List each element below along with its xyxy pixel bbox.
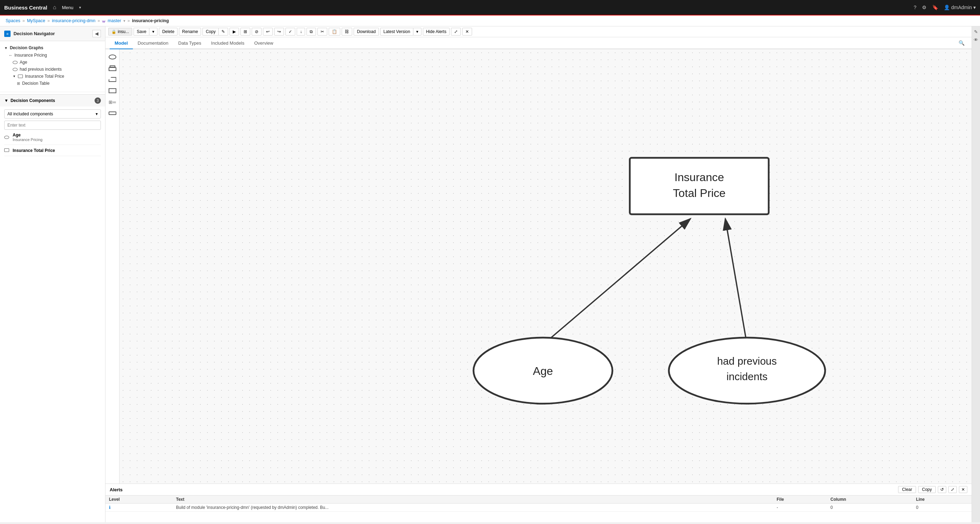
delete-button[interactable]: Delete — [159, 28, 178, 35]
download-arrow-button[interactable]: ↓ — [297, 28, 305, 35]
tree-item-had-previous-incidents[interactable]: had previous incidents — [0, 66, 105, 73]
download-button[interactable]: Download — [354, 28, 379, 35]
alerts-col-column: Column — [827, 495, 913, 503]
file-name-button[interactable]: 🔒 insu... — [108, 28, 132, 35]
alerts-copy-button[interactable]: Copy — [918, 486, 936, 493]
top-nav-right: ? ⚙ 🔖 👤 dmAdmin ▾ — [913, 5, 976, 10]
alerts-title: Alerts — [110, 487, 123, 492]
tab-model[interactable]: Model — [110, 38, 133, 49]
side-icon-edit[interactable]: ✎ — [974, 29, 978, 35]
dc-dropdown[interactable]: All included components ▾ — [4, 109, 101, 118]
tab-overview[interactable]: Overview — [249, 38, 278, 49]
decision-graphs-header[interactable]: ▼ Decision Graphs — [0, 44, 105, 52]
alert-text-cell: Build of module 'insurance-pricing-dmn' … — [173, 503, 773, 512]
dc-arrow-icon: ▼ — [4, 98, 8, 103]
tab-search-icon[interactable]: 🔍 — [956, 37, 967, 49]
shape-tool-input[interactable] — [107, 63, 118, 73]
breadcrumb-branch[interactable]: master — [108, 18, 121, 23]
grid-button[interactable]: ⊞ — [240, 28, 250, 35]
menu-button[interactable]: Menu — [62, 5, 73, 10]
component-info-total-price: Insurance Total Price — [13, 148, 55, 153]
decision-graphs-label: Decision Graphs — [10, 45, 43, 50]
tab-datatypes[interactable]: Data Types — [173, 38, 206, 49]
editor-toolbar: 🔒 insu... Save ▾ Delete Rename Copy ✎ ▶ … — [105, 26, 972, 37]
alerts-clear-button[interactable]: Clear — [898, 486, 916, 493]
bookmark-icon[interactable]: 🔖 — [932, 5, 938, 10]
redo-button[interactable]: ↪ — [274, 28, 284, 35]
settings-icon[interactable]: ⚙ — [922, 5, 927, 10]
breadcrumb-project[interactable]: insurance-pricing-dmn — [52, 18, 95, 23]
alerts-close-button[interactable]: ✕ — [959, 486, 967, 493]
node-insurance-total-price-label-line2: Total Price — [673, 187, 725, 199]
tree-item-age[interactable]: Age — [0, 59, 105, 66]
dc-dropdown-arrow-icon: ▾ — [95, 111, 98, 116]
node-insurance-total-price[interactable] — [630, 158, 769, 215]
save-dropdown-button[interactable]: ▾ — [149, 28, 158, 35]
rename-button[interactable]: Rename — [179, 28, 201, 35]
tab-included-models[interactable]: Included Models — [206, 38, 250, 49]
alerts-col-line: Line — [913, 495, 972, 503]
shape-tool-rect[interactable] — [107, 86, 118, 96]
oval-shape-icon — [109, 54, 116, 59]
breadcrumb-myspace[interactable]: MySpace — [27, 18, 45, 23]
help-icon[interactable]: ? — [913, 5, 916, 10]
sidebar-collapse-button[interactable]: ◀ — [92, 30, 101, 37]
edit-icon-button[interactable]: ✎ — [218, 28, 228, 35]
alert-line-cell: 0 — [913, 503, 972, 512]
shape-tool-rect-cut[interactable] — [107, 75, 118, 84]
shape-tool-oval[interactable] — [107, 52, 118, 62]
undo-button[interactable]: ↩ — [263, 28, 273, 35]
tab-documentation[interactable]: Documentation — [133, 38, 173, 49]
dc-header-left: ▼ Decision Components — [4, 98, 55, 103]
cut-button[interactable]: ✂ — [317, 28, 327, 35]
decision-graphs-section: ▼ Decision Graphs ↔ Insurance Pricing Ag… — [0, 41, 105, 90]
shape-tool-banner[interactable] — [107, 108, 118, 118]
component-card-age: Age Insurance Pricing — [4, 130, 101, 145]
latest-version-button[interactable]: Latest Version — [380, 28, 413, 35]
dc-label: Decision Components — [11, 98, 55, 103]
tree-item-insurance-total-price[interactable]: ▼ Insurance Total Price — [0, 73, 105, 80]
sidebar: ≡ Decision Navigator ◀ ▼ Decision Graphs… — [0, 26, 105, 522]
play-button[interactable]: ▶ — [229, 28, 239, 35]
decision-components-header[interactable]: ▼ Decision Components 3 — [0, 94, 105, 107]
top-nav-left: Business Central ⌂ Menu ▾ — [4, 4, 81, 11]
node-age-label: Age — [533, 365, 553, 377]
side-icon-eye[interactable]: 👁 — [974, 37, 978, 43]
sidebar-header: ≡ Decision Navigator ◀ — [0, 26, 105, 41]
table-shape-icon: ⊞═ — [109, 100, 116, 105]
shape-toolbar: ⊞═ — [105, 49, 119, 484]
latest-version-arrow-button[interactable]: ▾ — [413, 28, 422, 35]
tree-item-decision-table[interactable]: ⊞ Decision Table — [0, 80, 105, 87]
save-button[interactable]: Save — [134, 28, 149, 35]
breadcrumb-spaces[interactable]: Spaces — [6, 18, 21, 23]
tree-item-insurance-pricing[interactable]: ↔ Insurance Pricing — [0, 52, 105, 59]
user-menu[interactable]: 👤 dmAdmin ▾ — [944, 5, 976, 10]
node-insurance-total-price-label-line1: Insurance — [675, 171, 724, 183]
dc-search-input[interactable] — [4, 121, 101, 130]
trash-button[interactable]: ⊘ — [252, 28, 261, 35]
check-button[interactable]: ✓ — [285, 28, 295, 35]
alerts-actions: Clear Copy ↺ ⤢ ✕ — [898, 486, 967, 493]
paste-button[interactable]: 📋 — [329, 28, 340, 35]
alerts-col-file: File — [773, 495, 827, 503]
shape-tool-table[interactable]: ⊞═ — [107, 97, 118, 107]
alert-level-cell: ℹ — [105, 503, 173, 512]
close-editor-button[interactable]: ✕ — [462, 28, 472, 35]
alerts-col-level: Level — [105, 495, 173, 503]
node-incidents-label-line1: had previous — [717, 355, 777, 367]
alerts-header: Alerts Clear Copy ↺ ⤢ ✕ — [105, 484, 972, 495]
expand-editor-button[interactable]: ⤢ — [451, 28, 461, 35]
dc-body: All included components ▾ Age Insurance … — [0, 107, 105, 159]
dc-badge: 3 — [95, 97, 101, 104]
alerts-expand-button[interactable]: ⤢ — [948, 486, 957, 493]
sidebar-title: Decision Navigator — [13, 31, 55, 36]
model-canvas[interactable]: ⊞═ — [105, 49, 972, 484]
alerts-refresh-button[interactable]: ↺ — [938, 486, 946, 493]
copy2-button[interactable]: ⧉ — [307, 28, 316, 35]
copy-button[interactable]: Copy — [202, 28, 218, 35]
alerts-table: Level Text File Column Line ℹ Build of m… — [105, 495, 972, 512]
link-button[interactable]: ⛓ — [342, 28, 352, 35]
canvas-area: ⊞═ — [105, 49, 972, 522]
hide-alerts-button[interactable]: Hide Alerts — [423, 28, 450, 35]
home-icon[interactable]: ⌂ — [53, 4, 57, 11]
